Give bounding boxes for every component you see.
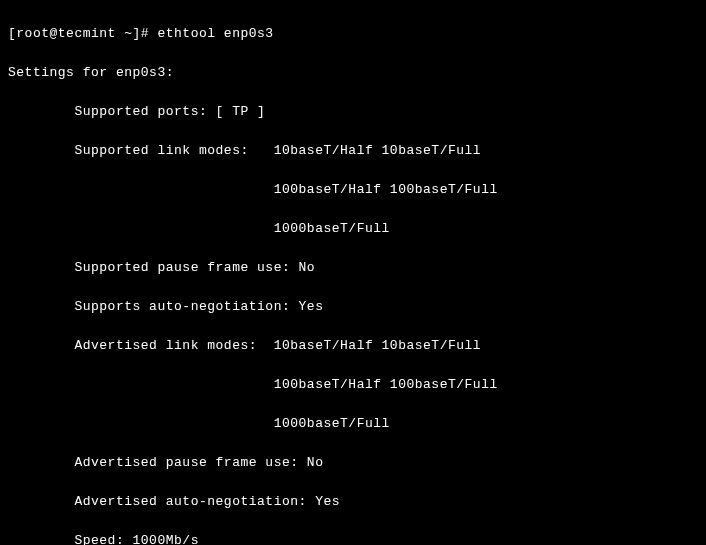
output-line: Advertised auto-negotiation: Yes	[8, 492, 698, 512]
output-line: Settings for enp0s3:	[8, 63, 698, 83]
command-text: ethtool enp0s3	[157, 26, 273, 41]
shell-prompt: [root@tecmint ~]#	[8, 26, 157, 41]
output-line: 1000baseT/Full	[8, 219, 698, 239]
output-line: 1000baseT/Full	[8, 414, 698, 434]
output-line: Supported ports: [ TP ]	[8, 102, 698, 122]
output-line: 100baseT/Half 100baseT/Full	[8, 375, 698, 395]
output-line: Speed: 1000Mb/s	[8, 531, 698, 546]
output-line: Supports auto-negotiation: Yes	[8, 297, 698, 317]
output-line: Supported pause frame use: No	[8, 258, 698, 278]
output-line: 100baseT/Half 100baseT/Full	[8, 180, 698, 200]
prompt-line-1: [root@tecmint ~]# ethtool enp0s3	[8, 24, 698, 44]
output-line: Advertised pause frame use: No	[8, 453, 698, 473]
terminal-output[interactable]: [root@tecmint ~]# ethtool enp0s3 Setting…	[8, 4, 698, 545]
output-line: Supported link modes: 10baseT/Half 10bas…	[8, 141, 698, 161]
output-line: Advertised link modes: 10baseT/Half 10ba…	[8, 336, 698, 356]
